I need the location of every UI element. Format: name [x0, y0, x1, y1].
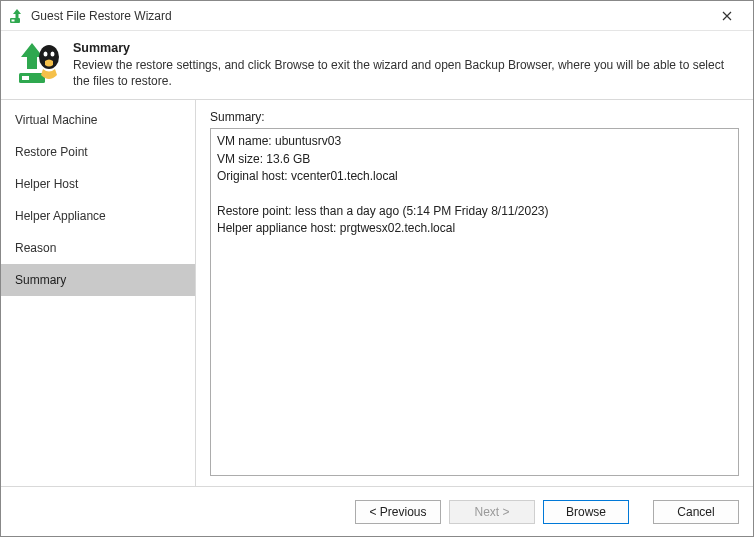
- svg-point-5: [44, 52, 48, 57]
- window-title: Guest File Restore Wizard: [31, 9, 707, 23]
- step-summary[interactable]: Summary: [1, 264, 195, 296]
- wizard-content: Summary: VM name: ubuntusrv03 VM size: 1…: [196, 100, 753, 486]
- close-button[interactable]: [707, 2, 747, 30]
- app-icon: [9, 8, 25, 24]
- cancel-button[interactable]: Cancel: [653, 500, 739, 524]
- wizard-window: Guest File Restore Wizard Summary Review…: [0, 0, 754, 537]
- wizard-header: Summary Review the restore settings, and…: [1, 31, 753, 99]
- wizard-footer: < Previous Next > Browse Cancel: [1, 486, 753, 536]
- titlebar: Guest File Restore Wizard: [1, 1, 753, 31]
- summary-label: Summary:: [210, 110, 739, 124]
- wizard-steps-sidebar: Virtual Machine Restore Point Helper Hos…: [1, 100, 196, 486]
- previous-button[interactable]: < Previous: [355, 500, 441, 524]
- browse-button[interactable]: Browse: [543, 500, 629, 524]
- step-restore-point[interactable]: Restore Point: [1, 136, 195, 168]
- wizard-body: Virtual Machine Restore Point Helper Hos…: [1, 99, 753, 486]
- step-virtual-machine[interactable]: Virtual Machine: [1, 104, 195, 136]
- svg-rect-1: [12, 19, 15, 21]
- page-description: Review the restore settings, and click B…: [73, 57, 739, 89]
- next-button: Next >: [449, 500, 535, 524]
- svg-rect-3: [22, 76, 29, 80]
- wizard-icon: [15, 39, 63, 87]
- svg-point-6: [51, 52, 55, 57]
- step-reason[interactable]: Reason: [1, 232, 195, 264]
- step-helper-appliance[interactable]: Helper Appliance: [1, 200, 195, 232]
- summary-textbox[interactable]: VM name: ubuntusrv03 VM size: 13.6 GB Or…: [210, 128, 739, 476]
- step-helper-host[interactable]: Helper Host: [1, 168, 195, 200]
- page-title: Summary: [73, 41, 739, 55]
